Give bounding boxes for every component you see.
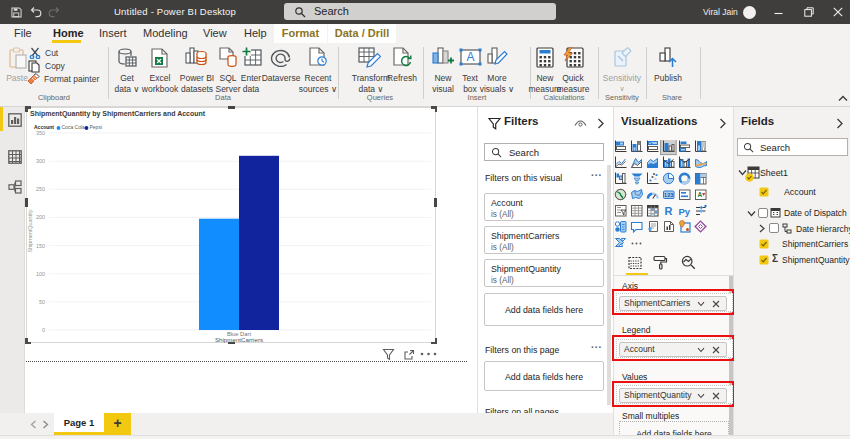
svg-text:Py: Py bbox=[679, 206, 691, 217]
svg-text:250: 250 bbox=[36, 186, 45, 192]
svg-text:Coca Cola: Coca Cola bbox=[62, 124, 86, 130]
svg-text:R: R bbox=[665, 205, 673, 217]
svg-text:A: A bbox=[466, 50, 474, 64]
svg-text:350: 350 bbox=[36, 130, 45, 136]
svg-text:150: 150 bbox=[36, 243, 45, 249]
svg-text:A: A bbox=[698, 191, 703, 198]
svg-text:200: 200 bbox=[36, 214, 45, 220]
svg-text:100: 100 bbox=[36, 271, 45, 277]
svg-text:50: 50 bbox=[39, 299, 45, 305]
svg-text:123: 123 bbox=[664, 192, 673, 198]
svg-text:ShipmentQuantity by ShipmentCa: ShipmentQuantity by ShipmentCarriers and… bbox=[30, 110, 206, 118]
svg-text:300: 300 bbox=[36, 158, 45, 164]
svg-text:ShipmentQuantity: ShipmentQuantity bbox=[27, 209, 33, 252]
svg-text:ShipmentCarriers: ShipmentCarriers bbox=[215, 336, 263, 343]
svg-text:Pepsi: Pepsi bbox=[90, 124, 103, 130]
svg-text:0: 0 bbox=[42, 327, 45, 333]
